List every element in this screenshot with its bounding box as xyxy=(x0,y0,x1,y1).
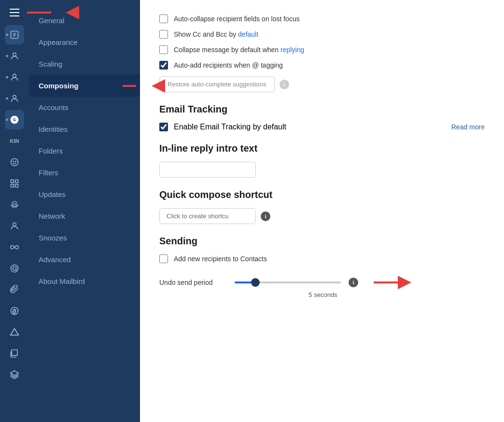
icon-paperclip[interactable] xyxy=(5,280,24,299)
add-recipients-checkbox[interactable] xyxy=(159,254,168,263)
inline-reply-input[interactable] xyxy=(159,162,256,178)
sending-section: Sending Add new recipients to Contacts U… xyxy=(159,236,485,299)
quick-compose-section: Quick compose shortcut Click to create s… xyxy=(159,189,485,224)
icon-drive[interactable] xyxy=(5,323,24,342)
restore-autocomplete-button[interactable]: Restore auto-complete suggestions xyxy=(159,76,275,92)
icon-account-3[interactable] xyxy=(5,68,24,87)
sidebar-nav: General Appearance Scaling Composing Acc… xyxy=(29,0,140,422)
undo-period-slider[interactable] xyxy=(235,281,341,283)
quick-compose-title: Quick compose shortcut xyxy=(159,189,485,200)
auto-collapse-label: Auto-collapse recipient fields on lost f… xyxy=(174,15,300,23)
icon-infinity[interactable] xyxy=(5,238,24,257)
show-cc-link-text: default xyxy=(238,30,258,38)
hamburger-menu[interactable] xyxy=(6,4,23,21)
sidebar-item-advanced[interactable]: Advanced xyxy=(29,249,140,270)
svg-point-8 xyxy=(15,161,16,162)
sidebar-item-network[interactable]: Network xyxy=(29,205,140,227)
show-cc-bcc-checkbox[interactable] xyxy=(159,30,168,39)
sending-title: Sending xyxy=(159,236,485,247)
collapse-reply-checkbox[interactable] xyxy=(159,45,168,54)
inline-reply-section: In-line reply intro text xyxy=(159,143,485,178)
checkbox-row-show-cc: Show Cc and Bcc by default xyxy=(159,30,485,39)
inline-reply-title: In-line reply intro text xyxy=(159,143,485,154)
svg-point-6 xyxy=(11,159,18,166)
email-tracking-title: Email Tracking xyxy=(159,104,485,115)
svg-rect-12 xyxy=(15,184,18,187)
undo-info-icon[interactable]: i xyxy=(349,278,358,287)
icon-facebook[interactable] xyxy=(5,301,24,321)
tracking-row: Enable Email Tracking by default Read mo… xyxy=(159,123,485,131)
icon-account-1[interactable] xyxy=(5,25,24,44)
email-tracking-label: Enable Email Tracking by default xyxy=(174,123,286,131)
sidebar-item-identities[interactable]: Identities xyxy=(29,118,140,140)
icon-account-2[interactable] xyxy=(5,46,24,66)
checkbox-row-auto-collapse: Auto-collapse recipient fields on lost f… xyxy=(159,14,485,23)
svg-point-1 xyxy=(13,53,16,56)
icon-account-4[interactable] xyxy=(5,89,24,108)
sidebar-item-filters[interactable]: Filters xyxy=(29,162,140,183)
sidebar-item-folders[interactable]: Folders xyxy=(29,140,140,162)
sidebar-item-composing[interactable]: Composing xyxy=(29,75,140,97)
svg-rect-9 xyxy=(11,180,14,183)
show-cc-bcc-label: Show Cc and Bcc by default xyxy=(174,30,258,38)
svg-point-2 xyxy=(13,74,16,77)
undo-period-container: Undo send period i 5 seconds xyxy=(159,270,411,298)
shortcut-info-icon[interactable]: i xyxy=(261,211,270,221)
svg-text:G: G xyxy=(13,117,16,122)
svg-rect-11 xyxy=(11,184,14,187)
sidebar-item-snoozes[interactable]: Snoozes xyxy=(29,227,140,249)
sidebar-item-general[interactable]: General xyxy=(29,10,140,31)
checkbox-row-auto-add: Auto-add recipients when @ tagging xyxy=(159,61,485,70)
icon-whatsapp[interactable] xyxy=(5,259,24,278)
add-recipients-label: Add new recipients to Contacts xyxy=(174,255,267,263)
icon-shape[interactable] xyxy=(5,344,24,363)
restore-row: Restore auto-complete suggestions i xyxy=(159,76,485,92)
icon-person[interactable] xyxy=(5,216,24,236)
sidebar-item-accounts[interactable]: Accounts xyxy=(29,97,140,118)
tracking-left: Enable Email Tracking by default xyxy=(159,123,286,131)
icon-grid[interactable] xyxy=(5,174,24,193)
auto-add-recipients-label: Auto-add recipients when @ tagging xyxy=(174,61,283,69)
restore-info-icon[interactable]: i xyxy=(280,80,289,89)
email-tracking-checkbox[interactable] xyxy=(159,123,168,131)
sidebar-icons-column: G KIN xyxy=(0,0,29,422)
icon-dropbox[interactable] xyxy=(5,195,24,214)
main-content: Auto-collapse recipient fields on lost f… xyxy=(140,0,504,422)
read-more-link[interactable]: Read more xyxy=(451,123,485,131)
sidebar-item-updates[interactable]: Updates xyxy=(29,183,140,205)
sidebar-item-appearance[interactable]: Appearance xyxy=(29,31,140,53)
svg-rect-10 xyxy=(15,180,18,183)
add-recipients-row: Add new recipients to Contacts xyxy=(159,254,485,263)
svg-point-14 xyxy=(11,265,18,272)
icon-account-5[interactable]: G xyxy=(5,110,24,129)
auto-collapse-checkbox[interactable] xyxy=(159,14,168,23)
undo-period-label: Undo send period xyxy=(159,279,227,286)
auto-add-recipients-checkbox[interactable] xyxy=(159,61,168,70)
icon-smile[interactable] xyxy=(5,153,24,172)
svg-point-7 xyxy=(13,161,14,162)
icon-layers[interactable] xyxy=(5,365,24,384)
undo-value-display: 5 seconds xyxy=(235,291,411,298)
undo-period-row: Undo send period i xyxy=(159,276,411,289)
shortcut-row: Click to create shortcu i xyxy=(159,208,485,224)
checkbox-row-collapse-reply: Collapse message by default when replyin… xyxy=(159,45,485,54)
svg-point-3 xyxy=(13,95,16,98)
shortcut-button[interactable]: Click to create shortcu xyxy=(159,208,256,224)
icon-kin[interactable]: KIN xyxy=(5,131,24,151)
sidebar-item-scaling[interactable]: Scaling xyxy=(29,53,140,75)
sidebar-item-about[interactable]: About Mailbird xyxy=(29,270,140,292)
collapse-reply-label: Collapse message by default when replyin… xyxy=(174,46,304,54)
svg-point-13 xyxy=(13,223,16,226)
